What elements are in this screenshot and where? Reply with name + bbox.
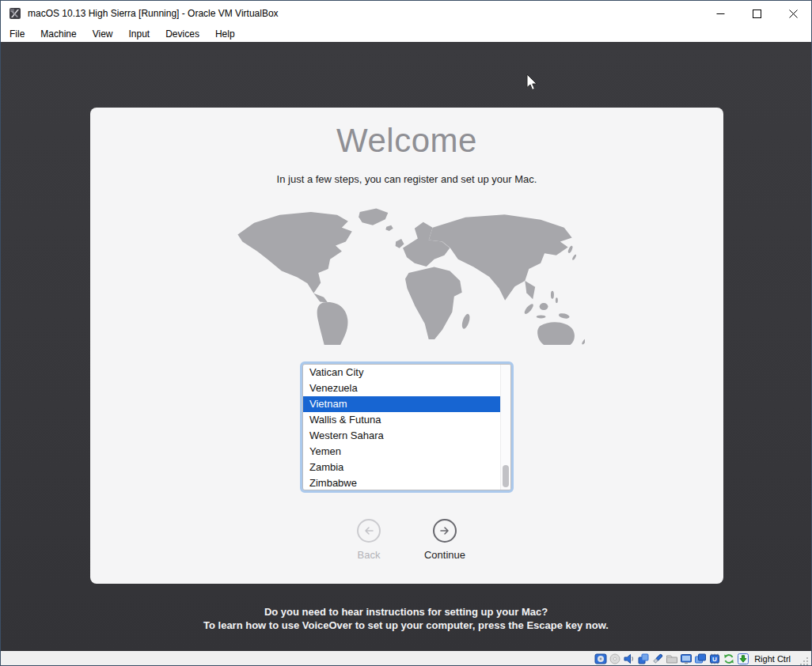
display-icon[interactable]	[680, 653, 692, 665]
back-label: Back	[358, 549, 381, 561]
list-scrollbar[interactable]	[500, 365, 510, 490]
menu-help[interactable]: Help	[210, 27, 241, 41]
features-icon[interactable]: U	[708, 653, 721, 665]
optical-drives-icon[interactable]	[609, 653, 621, 665]
arrow-right-icon	[438, 524, 451, 537]
back-circle	[357, 519, 381, 543]
minimize-button[interactable]	[702, 1, 738, 26]
title-bar: macOS 10.13 High Sierra [Running] - Orac…	[1, 1, 811, 26]
voiceover-line2: To learn how to use VoiceOver to set up …	[1, 619, 811, 632]
virtualbox-window: macOS 10.13 High Sierra [Running] - Orac…	[0, 0, 812, 666]
voiceover-instructions: Do you need to hear instructions for set…	[1, 605, 811, 632]
continue-button[interactable]: Continue	[417, 519, 472, 561]
continue-label: Continue	[424, 549, 465, 561]
audio-icon[interactable]	[623, 653, 636, 665]
page-subtitle: In just a few steps, you can register an…	[277, 173, 537, 185]
hard-disks-icon[interactable]	[594, 653, 607, 665]
setup-assistant-card: Welcome In just a few steps, you can reg…	[90, 108, 723, 584]
usb-icon[interactable]	[651, 653, 664, 665]
country-option[interactable]: Wallis & Futuna	[303, 412, 500, 428]
menu-machine[interactable]: Machine	[35, 27, 82, 41]
country-listbox[interactable]: Vatican City Venezuela Vietnam Wallis & …	[302, 364, 511, 490]
virtualbox-app-icon	[9, 7, 21, 20]
menu-file[interactable]: File	[4, 27, 30, 41]
maximize-button[interactable]	[738, 1, 775, 26]
country-option[interactable]: Zimbabwe	[303, 475, 500, 490]
menu-view[interactable]: View	[87, 27, 119, 41]
shared-folders-icon[interactable]	[666, 653, 678, 665]
continue-circle	[433, 519, 457, 543]
back-button[interactable]: Back	[341, 519, 397, 561]
close-icon	[789, 9, 798, 18]
network-icon[interactable]	[637, 653, 650, 665]
country-rows: Vatican City Venezuela Vietnam Wallis & …	[303, 365, 510, 490]
resize-grip[interactable]	[799, 656, 810, 666]
keyboard-icon[interactable]	[737, 653, 749, 665]
page-title: Welcome	[336, 122, 477, 160]
status-bar: U Right Ctrl	[1, 650, 811, 666]
maximize-icon	[753, 9, 761, 18]
country-option-selected[interactable]: Vietnam	[303, 396, 500, 412]
country-option[interactable]: Zambia	[303, 460, 500, 475]
svg-text:U: U	[712, 656, 717, 663]
list-scrollbar-thumb[interactable]	[503, 465, 509, 487]
host-key-label: Right Ctrl	[754, 654, 791, 664]
mouse-cursor	[526, 74, 539, 91]
menu-input[interactable]: Input	[123, 27, 156, 41]
status-icons: U	[594, 653, 749, 665]
country-option[interactable]: Venezuela	[303, 380, 500, 396]
country-list-focus-ring: Vatican City Venezuela Vietnam Wallis & …	[300, 361, 514, 493]
menu-bar: File Machine View Input Devices Help	[1, 26, 811, 42]
world-map-image	[229, 204, 585, 345]
voiceover-line1: Do you need to hear instructions for set…	[1, 605, 811, 619]
vm-display: Welcome In just a few steps, you can reg…	[1, 42, 811, 650]
arrow-left-icon	[362, 524, 375, 537]
country-option[interactable]: Vatican City	[303, 365, 500, 380]
menu-devices[interactable]: Devices	[160, 27, 205, 41]
recording-icon[interactable]	[694, 653, 707, 665]
country-option[interactable]: Yemen	[303, 444, 500, 460]
country-option[interactable]: Western Sahara	[303, 428, 500, 444]
window-title: macOS 10.13 High Sierra [Running] - Orac…	[28, 8, 702, 19]
navigation-buttons: Back Continue	[341, 519, 472, 561]
close-button[interactable]	[775, 1, 811, 26]
window-controls	[702, 1, 811, 26]
minimize-icon	[716, 9, 725, 18]
mouse-integration-icon[interactable]	[723, 653, 735, 665]
